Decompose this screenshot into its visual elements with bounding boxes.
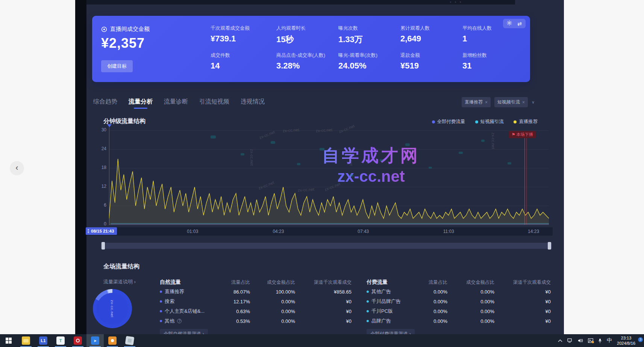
ime-indicator[interactable]: 中 [607,337,612,344]
dashboard-window: ▫ ▫ ▫ 直播间成交金额 ¥2,357 创建目标 千次观看成交金额¥739.1… [75,0,564,334]
y-axis-tick: 6 [96,202,106,208]
taskbar-app-l1[interactable]: L1 [35,334,52,347]
row-value: 0.00% [447,289,494,295]
table-row[interactable]: 直播推荐86.07%100.00%¥858.65 [160,287,352,297]
channel-dot-icon [367,320,369,322]
row-label: 直播推荐 [160,288,209,295]
tray-expand-icon[interactable] [558,339,562,342]
chip-label: 直播推荐 [465,99,483,105]
channel-dot-icon [160,300,162,303]
app-teal-t-icon: T [56,336,65,345]
taskbar-app-orange[interactable] [104,334,121,347]
metric-value: 24.05% [338,61,400,71]
row-value: ¥858.65 [295,289,352,295]
table-row[interactable]: 千川品牌广告0.00%0.00%¥0 [367,297,551,306]
channel-filter[interactable]: 直播推荐×短视频引流× ∨ [462,97,535,107]
volume-icon[interactable] [578,338,583,343]
tab-综合趋势[interactable]: 综合趋势 [93,98,117,109]
taskbar-file-explorer[interactable] [17,334,35,347]
metric-value: 15秒 [276,34,338,45]
row-value: ¥0 [494,299,551,304]
taskbar-app-cube[interactable] [121,334,138,347]
taskbar-app-teal-t[interactable]: T [52,334,69,347]
system-tray: 中 23:13 2024/8/16 3 [558,334,644,347]
y-axis-tick: 30 [96,127,106,132]
metric: 人均观看时长15秒 [276,25,338,52]
legend-item[interactable]: 短视频引流 [475,119,504,125]
row-value: ¥0 [494,289,551,295]
column-header: 渠道千次观看成交 [295,279,352,286]
file-explorer-icon [22,336,30,345]
clock[interactable]: 23:13 2024/8/16 [617,335,635,346]
x-axis-tick: 01:03 [187,229,198,234]
metric-label: 累计观看人数 [400,25,462,32]
chip-close-icon[interactable]: × [485,100,488,105]
row-value: 86.07% [209,289,250,295]
tab-流量诊断[interactable]: 流量诊断 [164,98,188,109]
table-row[interactable]: 品牌广告0.00%0.00%¥0 [367,316,551,326]
tab-流量分析[interactable]: 流量分析 [129,98,153,109]
x-axis-tick: 11:03 [443,229,454,234]
start-button[interactable] [0,334,17,347]
row-value: 0.00% [406,309,447,314]
tab-引流短视频[interactable]: 引流短视频 [199,98,229,109]
table-row[interactable]: 个人主页&店铺&...0.63%0.00%¥0 [160,306,352,316]
time-range-start-label[interactable]: 08/15 21:43 [86,227,117,235]
table-row[interactable]: 搜索12.17%0.00%¥0 [160,297,352,306]
slider-handle-right[interactable] [548,242,551,250]
chevron-down-icon[interactable]: ∨ [532,100,535,105]
metric-label: 成交件数 [211,52,276,59]
table-row[interactable]: 千川PC版0.00%0.00%¥0 [367,306,551,316]
row-value: 12.17% [209,299,250,304]
player-back-button[interactable]: ‹ [10,161,24,175]
row-value: ¥0 [295,299,352,304]
network-icon[interactable] [567,338,573,343]
window-top-strip: ▫ ▫ ▫ [75,0,515,5]
row-label: 搜索 [160,298,209,305]
filter-chip[interactable]: 直播推荐× [462,97,491,107]
x-axis-tick: 14:23 [528,229,539,234]
row-value: 0.53% [209,318,250,324]
legend-item[interactable]: 全部付费流量 [432,119,465,125]
taskbar-app-red-ring[interactable] [69,334,86,347]
metric-label: 千次观看成交金额 [211,25,276,32]
table-row[interactable]: 其他?0.53%0.00%¥0 [160,316,352,326]
x-axis-tick: 07:43 [358,229,369,234]
tab-违规情况[interactable]: 违规情况 [241,98,265,109]
watermark-on-donut: zx-cc.net [110,300,114,317]
app-cube-icon [125,336,135,345]
traffic-line-chart[interactable] [109,130,551,227]
y-axis-tick: 12 [96,184,106,189]
table-header: 自然流量流量占比成交金额占比渠道千次观看成交 [160,278,352,287]
metric-value: 14 [211,61,276,71]
group-title: 自然流量 [160,279,209,286]
info-icon[interactable]: ? [177,319,182,323]
slider-handle-left[interactable] [102,242,105,250]
chip-close-icon[interactable]: × [522,100,525,105]
video-left-edge [75,0,86,334]
channel-dot-icon [160,320,162,322]
legend-item[interactable]: 直播推荐 [514,119,538,125]
microphone-icon[interactable] [598,338,602,343]
create-goal-button[interactable]: 创建目标 [101,60,133,72]
channel-dot-icon [367,300,369,303]
chart-legend: 全部付费流量短视频引流直播推荐 [432,119,538,125]
filter-chip[interactable]: 短视频引流× [494,97,528,107]
table-footer-link[interactable]: 全部付费流量渠道 › [367,329,415,334]
axis-slider-handle[interactable] [107,124,112,127]
swap-view-icon[interactable]: ⇄ [517,21,522,27]
table-row[interactable]: 其他广告0.00%0.00%¥0 [367,287,551,297]
metric: 新增粉丝数31 [462,52,523,79]
group-title: 付费流量 [367,279,406,286]
time-range-slider[interactable] [101,243,552,249]
channel-help-link[interactable]: 流量渠道说明 › [103,279,136,285]
table-footer-link[interactable]: 全部自然流量渠道 › [160,329,208,334]
metric: 退款金额¥519 [400,52,462,79]
screen: ‹ ▫ ▫ ▫ 直播间成交金额 ¥2,357 创建目标 千次观看成交金额¥739… [0,0,644,347]
taskbar-app-cursor[interactable]: ➤ [86,334,104,347]
app-orange-icon [108,336,117,345]
legend-dot-icon [514,120,517,123]
gear-icon[interactable] [507,20,512,27]
snip-tool-icon[interactable] [588,338,593,343]
column-header: 成交金额占比 [250,279,295,286]
